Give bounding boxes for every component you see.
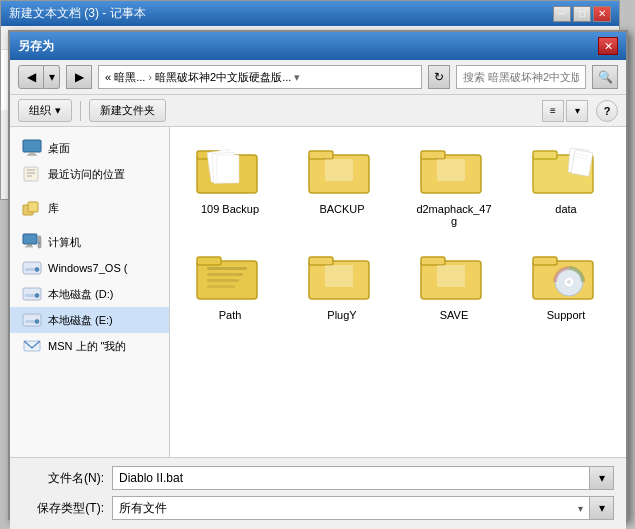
svg-rect-51 bbox=[421, 257, 445, 265]
notepad-minimize-button[interactable]: ─ bbox=[553, 6, 571, 22]
folder-icon-backup bbox=[307, 141, 377, 199]
svg-rect-11 bbox=[25, 246, 33, 248]
folder-icon-plugy bbox=[307, 247, 377, 305]
toolbar-separator bbox=[80, 101, 81, 121]
file-item-data[interactable]: data bbox=[514, 135, 618, 233]
svg-rect-0 bbox=[23, 140, 41, 152]
breadcrumb-part2: 暗黑破坏神2中文版硬盘版... bbox=[155, 70, 291, 85]
local-d-icon bbox=[22, 285, 42, 303]
dialog-title: 另存为 bbox=[18, 38, 54, 55]
notepad-maximize-button[interactable]: □ bbox=[573, 6, 591, 22]
folder-label-plugy: PlugY bbox=[327, 309, 356, 321]
folder-icon-path bbox=[195, 247, 265, 305]
bottom-fields: 文件名(N): ▾ 保存类型(T): 所有文件 ▾ ▾ bbox=[10, 457, 626, 529]
folder-icon-109backup bbox=[195, 141, 265, 199]
breadcrumb-separator: › bbox=[148, 71, 152, 83]
file-item-path[interactable]: Path bbox=[178, 241, 282, 327]
back-dropdown-button[interactable]: ▾ bbox=[44, 65, 60, 89]
svg-rect-21 bbox=[25, 320, 35, 323]
sidebar-item-local-d[interactable]: 本地磁盘 (D:) bbox=[10, 281, 169, 307]
view-toggle-button[interactable]: ≡ bbox=[542, 100, 564, 122]
filetype-row: 保存类型(T): 所有文件 ▾ ▾ bbox=[22, 496, 614, 520]
svg-rect-3 bbox=[24, 167, 38, 181]
svg-rect-43 bbox=[207, 267, 247, 270]
sidebar-item-win7[interactable]: Windows7_OS ( bbox=[10, 255, 169, 281]
address-bar: ◀ ▾ ▶ « 暗黑... › 暗黑破坏神2中文版硬盘版... ▾ ↻ 🔍 bbox=[10, 60, 626, 95]
dialog-close-button[interactable]: ✕ bbox=[598, 37, 618, 55]
breadcrumb-part1: « 暗黑... bbox=[105, 70, 145, 85]
search-input[interactable] bbox=[456, 65, 586, 89]
folder-label-d2maphack: d2maphack_47g bbox=[416, 203, 491, 227]
view-dropdown-button[interactable]: ▾ bbox=[566, 100, 588, 122]
sidebar-item-msn[interactable]: MSN 上的 "我的 bbox=[10, 333, 169, 359]
local-d-label: 本地磁盘 (D:) bbox=[48, 287, 113, 302]
help-button[interactable]: ? bbox=[596, 100, 618, 122]
sidebar-item-computer[interactable]: 计算机 bbox=[10, 229, 169, 255]
filetype-dropdown-button[interactable]: ▾ bbox=[590, 496, 614, 520]
svg-point-13 bbox=[39, 242, 41, 244]
svg-rect-18 bbox=[25, 294, 35, 297]
svg-rect-8 bbox=[28, 202, 38, 212]
forward-button[interactable]: ▶ bbox=[66, 65, 92, 89]
svg-rect-10 bbox=[27, 244, 32, 246]
sidebar-item-desktop[interactable]: 桌面 bbox=[10, 135, 169, 161]
recent-icon bbox=[22, 165, 42, 183]
view-buttons: ≡ ▾ bbox=[542, 100, 588, 122]
msn-label: MSN 上的 "我的 bbox=[48, 339, 126, 354]
local-e-label: 本地磁盘 (E:) bbox=[48, 313, 113, 328]
organize-button[interactable]: 组织 ▾ bbox=[18, 99, 72, 122]
folder-label-path: Path bbox=[219, 309, 242, 321]
sidebar-item-local-e[interactable]: 本地磁盘 (E:) bbox=[10, 307, 169, 333]
file-item-save[interactable]: SAVE bbox=[402, 241, 506, 327]
file-item-109backup[interactable]: 109 Backup bbox=[178, 135, 282, 233]
filename-label: 文件名(N): bbox=[22, 470, 112, 487]
svg-rect-45 bbox=[207, 279, 239, 282]
svg-rect-36 bbox=[533, 151, 557, 159]
new-folder-button[interactable]: 新建文件夹 bbox=[89, 99, 166, 122]
svg-rect-49 bbox=[325, 265, 353, 287]
file-item-support[interactable]: Support bbox=[514, 241, 618, 327]
library-label: 库 bbox=[48, 201, 59, 216]
nav-buttons: ◀ ▾ bbox=[18, 65, 60, 89]
svg-rect-28 bbox=[217, 155, 239, 183]
notepad-titlebar: 新建文本文档 (3) - 记事本 ─ □ ✕ bbox=[1, 1, 619, 26]
svg-rect-54 bbox=[533, 257, 557, 265]
filetype-dropdown[interactable]: 所有文件 ▾ bbox=[112, 496, 590, 520]
win7-label: Windows7_OS ( bbox=[48, 262, 127, 274]
filename-row: 文件名(N): ▾ bbox=[22, 466, 614, 490]
library-icon bbox=[22, 199, 42, 217]
svg-rect-44 bbox=[207, 273, 243, 276]
msn-icon bbox=[22, 337, 42, 355]
recent-label: 最近访问的位置 bbox=[48, 167, 125, 182]
svg-rect-46 bbox=[207, 285, 235, 288]
main-content-area: 桌面 最近访问的位置 bbox=[10, 127, 626, 457]
folder-label-backup: BACKUP bbox=[319, 203, 364, 215]
folder-label-save: SAVE bbox=[440, 309, 469, 321]
back-button[interactable]: ◀ bbox=[18, 65, 44, 89]
filename-input[interactable] bbox=[112, 466, 590, 490]
folder-icon-save bbox=[419, 247, 489, 305]
svg-rect-1 bbox=[29, 152, 35, 154]
desktop-icon bbox=[22, 139, 42, 157]
new-folder-label: 新建文件夹 bbox=[100, 103, 155, 118]
file-grid: 109 Backup BACKUP d2maphack bbox=[170, 127, 626, 457]
folder-label-109backup: 109 Backup bbox=[201, 203, 259, 215]
sidebar-item-library[interactable]: 库 bbox=[10, 195, 169, 221]
sidebar-item-recent[interactable]: 最近访问的位置 bbox=[10, 161, 169, 187]
breadcrumb[interactable]: « 暗黑... › 暗黑破坏神2中文版硬盘版... ▾ bbox=[98, 65, 422, 89]
file-item-plugy[interactable]: PlugY bbox=[290, 241, 394, 327]
search-button[interactable]: 🔍 bbox=[592, 65, 618, 89]
organize-dropdown-icon: ▾ bbox=[55, 104, 61, 117]
svg-rect-38 bbox=[571, 150, 593, 177]
svg-rect-42 bbox=[197, 257, 221, 265]
file-item-backup[interactable]: BACKUP bbox=[290, 135, 394, 233]
computer-label: 计算机 bbox=[48, 235, 81, 250]
svg-rect-15 bbox=[25, 268, 35, 271]
filename-dropdown-button[interactable]: ▾ bbox=[590, 466, 614, 490]
notepad-close-button[interactable]: ✕ bbox=[593, 6, 611, 22]
svg-rect-52 bbox=[437, 265, 465, 287]
win7-drive-icon bbox=[22, 259, 42, 277]
refresh-button[interactable]: ↻ bbox=[428, 65, 450, 89]
file-item-d2maphack[interactable]: d2maphack_47g bbox=[402, 135, 506, 233]
saveas-dialog: 另存为 ✕ ◀ ▾ ▶ « 暗黑... › 暗黑破坏神2中文版硬盘版... ▾ … bbox=[8, 30, 628, 520]
